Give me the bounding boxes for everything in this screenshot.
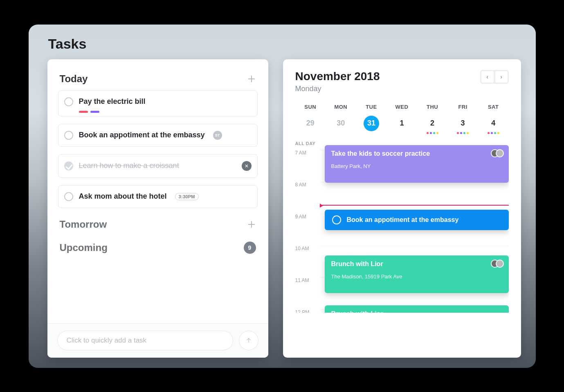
plus-icon[interactable] — [247, 220, 256, 229]
hour-label: 9 AM — [295, 214, 320, 220]
date-cell[interactable]: 2 — [417, 116, 448, 139]
delete-button[interactable] — [242, 161, 252, 171]
task-checkbox[interactable] — [64, 161, 73, 170]
timeline: ALL DAY 7 AM8 AM9 AM10 AM11 AM12 PM Take… — [295, 141, 509, 313]
event-dot — [497, 132, 499, 134]
calendar-event[interactable]: Take the kids to soccer practiceBattery … — [325, 145, 509, 183]
date-cell[interactable]: 30 — [326, 116, 356, 139]
event-dot — [427, 132, 429, 134]
date-number: 3 — [455, 116, 471, 131]
week-dates: 2930311234 — [295, 116, 509, 139]
tasks-scroll: Today Pay the electric billBook an appot… — [47, 59, 268, 358]
calendar-event[interactable]: Book an appotiment at the embassy — [325, 210, 509, 230]
hour-label: 12 PM — [295, 309, 320, 313]
event-location: The Madison, 15919 Park Ave — [331, 273, 502, 280]
event-ring-icon — [332, 215, 341, 224]
task-card[interactable]: Pay the electric bill — [58, 90, 258, 116]
now-line — [322, 205, 509, 206]
event-avatars — [491, 260, 504, 268]
hour-label: 8 AM — [295, 182, 320, 188]
date-dots — [417, 132, 448, 134]
date-cell[interactable]: 31 — [356, 116, 387, 139]
close-icon — [244, 164, 249, 168]
chevron-left-icon: ‹ — [486, 74, 488, 80]
event-dot — [467, 132, 469, 134]
task-card[interactable]: Learn how to make a croissant — [58, 154, 258, 178]
hour-label: 10 AM — [295, 246, 320, 251]
section-today-title: Today — [60, 73, 88, 85]
event-location: Battery Park, NY — [331, 163, 502, 169]
next-button[interactable]: › — [495, 71, 508, 83]
calendar-header: November 2018 Monday ‹ › — [295, 70, 509, 93]
tag-dot — [90, 111, 99, 113]
calendar-event[interactable]: Brunch with Lior — [325, 305, 509, 313]
weekday-label: FRI — [447, 104, 478, 110]
tasks-panel: Today Pay the electric billBook an appot… — [47, 59, 268, 358]
tasks-list: Pay the electric billBook an appotiment … — [58, 90, 258, 208]
chevron-right-icon: › — [500, 74, 502, 80]
plus-icon[interactable] — [247, 74, 256, 83]
task-text: Ask mom about the hotel — [79, 192, 167, 201]
quick-add-input[interactable]: Click to quickly add a task — [57, 331, 233, 350]
calendar-event[interactable]: Brunch with LiorThe Madison, 15919 Park … — [325, 255, 509, 293]
week-header: SUNMONTUEWEDTHUFRISAT — [295, 104, 509, 110]
task-checkbox[interactable] — [64, 97, 73, 106]
date-cell[interactable]: 29 — [295, 116, 326, 139]
calendar-nav: ‹ › — [480, 70, 509, 84]
event-title: Book an appotiment at the embassy — [347, 216, 459, 224]
event-dot — [460, 132, 462, 134]
prev-button[interactable]: ‹ — [481, 71, 494, 83]
section-tomorrow: Tomorrow — [58, 215, 258, 236]
date-number: 31 — [364, 116, 379, 131]
quick-add-placeholder: Click to quickly add a task — [67, 336, 147, 345]
date-number: 29 — [303, 116, 318, 131]
date-cell[interactable]: 1 — [386, 116, 417, 139]
section-today: Today — [58, 70, 258, 90]
avatar — [496, 260, 504, 268]
date-dots — [386, 132, 417, 134]
date-number: 4 — [485, 116, 501, 131]
date-cell[interactable]: 4 — [478, 116, 509, 139]
send-button[interactable] — [239, 331, 258, 350]
event-title: Brunch with Lior — [331, 310, 502, 313]
weekday-label: THU — [417, 104, 448, 110]
task-text: Learn how to make a croissant — [79, 161, 179, 170]
weekday-label: SAT — [478, 104, 509, 110]
date-number: 1 — [394, 116, 409, 131]
event-dot — [463, 132, 465, 134]
columns: Today Pay the electric billBook an appot… — [47, 59, 521, 366]
task-time-pill: 3:30PM — [175, 193, 199, 200]
event-dot — [488, 132, 490, 134]
event-dot — [457, 132, 459, 134]
tag-dot — [79, 111, 88, 113]
quick-add-bar: Click to quickly add a task — [47, 323, 268, 358]
date-number: 2 — [425, 116, 440, 131]
date-dots — [295, 132, 326, 134]
task-checkbox[interactable] — [64, 131, 73, 140]
task-text: Book an appotiment at the embassy — [79, 131, 205, 139]
section-upcoming: Upcoming 9 — [58, 238, 258, 260]
date-dots — [478, 132, 509, 134]
calendar-month-label: November 2018 — [295, 70, 380, 83]
arrow-up-icon — [245, 337, 252, 344]
task-badge: ST — [213, 131, 222, 140]
task-card[interactable]: Book an appotiment at the embassyST — [58, 124, 258, 147]
page-title: Tasks — [47, 25, 521, 59]
section-tomorrow-title: Tomorrow — [60, 219, 107, 230]
event-dot — [491, 132, 493, 134]
weekday-label: SUN — [295, 104, 326, 110]
date-dots — [447, 132, 478, 134]
task-checkbox[interactable] — [64, 192, 73, 201]
event-avatars — [491, 149, 504, 157]
weekday-label: MON — [326, 104, 356, 110]
date-number: 30 — [333, 116, 348, 131]
event-title: Take the kids to soccer practice — [331, 150, 502, 157]
events-layer: Take the kids to soccer practiceBattery … — [325, 145, 509, 313]
date-dots — [326, 132, 356, 134]
weekday-label: WED — [386, 104, 417, 110]
section-upcoming-title: Upcoming — [60, 242, 108, 253]
event-dot — [430, 132, 432, 134]
date-cell[interactable]: 3 — [447, 116, 478, 139]
task-card[interactable]: Ask mom about the hotel3:30PM — [58, 185, 258, 208]
task-tags — [79, 111, 99, 113]
